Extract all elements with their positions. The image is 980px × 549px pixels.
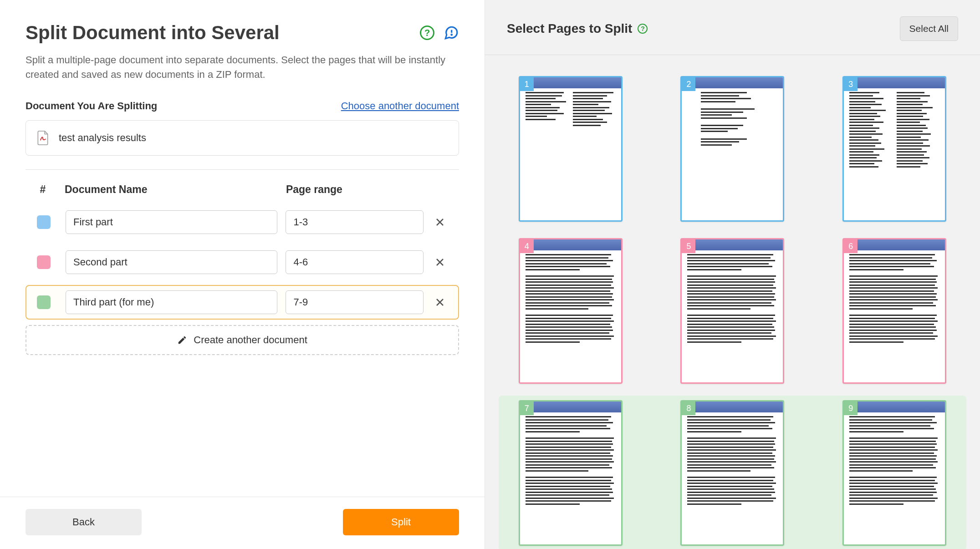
col-hash: # xyxy=(29,183,56,196)
info-icon[interactable]: ? xyxy=(638,24,648,34)
page-thumbnail[interactable]: 6 xyxy=(842,238,946,384)
add-row-label: Create another document xyxy=(194,334,307,346)
page-range-input[interactable] xyxy=(286,290,424,314)
thumb-group: 7 8 9 xyxy=(499,396,966,549)
page-range-input[interactable] xyxy=(286,210,424,234)
doc-section-label: Document You Are Splitting xyxy=(26,100,157,112)
feedback-icon[interactable] xyxy=(444,25,459,41)
left-panel: Split Document into Several ? Split a mu… xyxy=(0,0,485,549)
remove-row-button[interactable] xyxy=(432,214,448,230)
color-swatch xyxy=(37,295,51,309)
split-button[interactable]: Split xyxy=(343,509,459,535)
page-thumbnail[interactable]: 9 xyxy=(842,400,946,546)
page-number-badge: 4 xyxy=(520,239,534,253)
page-number-badge: 7 xyxy=(520,402,534,415)
close-icon xyxy=(435,258,444,267)
page-thumbnail[interactable]: 4 xyxy=(519,238,623,384)
page-thumbnail[interactable]: 3 xyxy=(842,76,946,222)
page-thumbnail[interactable]: 5 xyxy=(680,238,784,384)
right-panel: Select Pages to Split ? Select All 1 2 3… xyxy=(485,0,980,549)
color-swatch xyxy=(37,255,51,269)
close-icon xyxy=(435,218,444,227)
page-number-badge: 1 xyxy=(520,77,534,91)
help-icon[interactable]: ? xyxy=(420,25,434,40)
page-thumbnail[interactable]: 2 xyxy=(680,76,784,222)
right-title: Select Pages to Split xyxy=(507,21,632,36)
thumb-group: 1 2 3 xyxy=(499,71,966,226)
choose-another-link[interactable]: Choose another document xyxy=(341,100,459,112)
split-row xyxy=(26,205,459,239)
footer: Back Split xyxy=(0,497,485,549)
thumb-group: 4 5 6 xyxy=(499,234,966,388)
page-number-badge: 2 xyxy=(682,77,695,91)
back-button[interactable]: Back xyxy=(26,509,142,535)
close-icon xyxy=(435,298,444,307)
col-name: Document Name xyxy=(65,183,278,196)
page-number-badge: 5 xyxy=(682,239,695,253)
remove-row-button[interactable] xyxy=(432,254,448,270)
current-document-card: test analysis results xyxy=(26,120,459,156)
document-name-input[interactable] xyxy=(66,250,277,274)
page-number-badge: 9 xyxy=(844,402,858,415)
document-name-input[interactable] xyxy=(66,290,277,314)
split-row xyxy=(26,285,459,320)
svg-point-1 xyxy=(451,34,452,35)
page-thumbnail[interactable]: 1 xyxy=(519,76,623,222)
select-all-button[interactable]: Select All xyxy=(900,16,958,41)
page-subtitle: Split a multiple-page document into sepa… xyxy=(26,53,459,82)
pencil-icon xyxy=(177,335,187,345)
page-number-badge: 3 xyxy=(844,77,858,91)
page-title: Split Document into Several xyxy=(26,22,280,44)
page-thumbnail[interactable]: 7 xyxy=(519,400,623,546)
document-name-input[interactable] xyxy=(66,210,277,234)
page-number-badge: 8 xyxy=(682,402,695,415)
divider xyxy=(26,169,459,170)
col-range: Page range xyxy=(286,183,424,196)
create-another-document-button[interactable]: Create another document xyxy=(26,325,459,355)
page-thumbnails: 1 2 3 4 5 6 7 8 9 xyxy=(485,55,980,549)
page-thumbnail[interactable]: 8 xyxy=(680,400,784,546)
pdf-icon xyxy=(37,131,49,145)
page-number-badge: 6 xyxy=(844,239,858,253)
page-range-input[interactable] xyxy=(286,250,424,274)
document-name: test analysis results xyxy=(59,132,146,144)
table-header: # Document Name Page range xyxy=(26,183,459,205)
split-row xyxy=(26,245,459,280)
remove-row-button[interactable] xyxy=(432,294,448,310)
color-swatch xyxy=(37,215,51,229)
